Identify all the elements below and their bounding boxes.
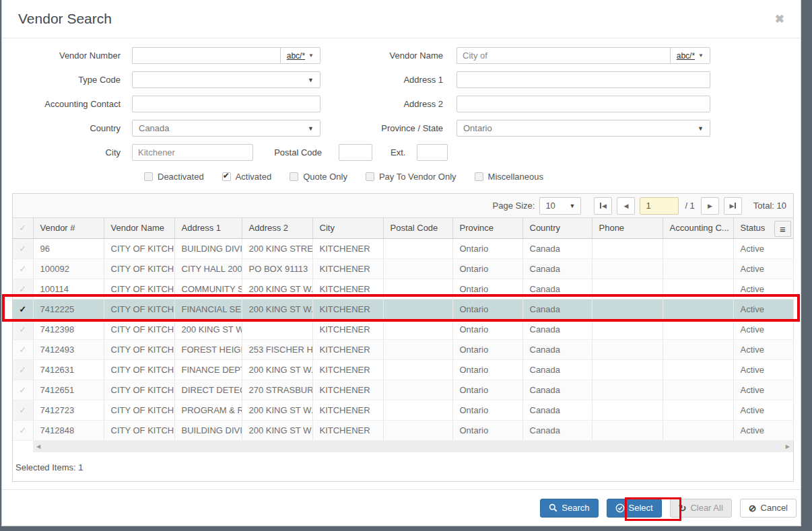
table-cell [592, 319, 663, 339]
select-all-column-header[interactable]: ✓ [13, 218, 33, 238]
table-cell: CITY OF KITCH... [104, 238, 174, 258]
first-page-button[interactable]: ◀ [594, 197, 612, 215]
type-code-select[interactable]: ▼ [132, 71, 320, 88]
table-row[interactable]: ✓96CITY OF KITCH...BUILDING DIVI...200 K… [13, 238, 793, 258]
ext-input[interactable] [417, 144, 448, 161]
table-row[interactable]: ✓7412631CITY OF KITCH...FINANCE DEPT...2… [13, 359, 793, 380]
column-header[interactable]: Country [522, 218, 592, 238]
row-check-icon[interactable]: ✓ [13, 420, 33, 440]
vendor-number-input[interactable] [132, 47, 280, 64]
modal-footer: Search Select ↻ Clear All ⊘ Cancel [2, 489, 801, 526]
table-cell: KITCHENER [312, 319, 383, 339]
province-state-select[interactable]: Ontario ▼ [456, 120, 710, 137]
table-cell [383, 380, 452, 400]
address2-input[interactable] [456, 96, 710, 112]
column-header[interactable]: Address 2 [242, 218, 312, 238]
table-cell [663, 420, 733, 440]
page-number-input[interactable] [640, 197, 679, 215]
checkbox-deactivated[interactable]: Deactivated [144, 172, 204, 182]
table-cell: COMMUNITY S... [174, 279, 242, 299]
city-input[interactable] [132, 144, 253, 161]
row-check-icon[interactable]: ✓ [13, 238, 33, 258]
country-select[interactable]: Canada ▼ [132, 120, 320, 137]
table-cell: 7412848 [33, 420, 104, 440]
row-check-icon[interactable]: ✓ [13, 380, 33, 400]
table-cell: 200 KING STRE... [242, 238, 312, 258]
table-cell [663, 319, 733, 339]
table-cell: 96 [33, 238, 104, 258]
column-header[interactable]: Phone [592, 218, 663, 238]
row-check-icon[interactable]: ✓ [13, 339, 33, 359]
table-cell: CITY HALL 200 ... [174, 258, 242, 279]
column-header[interactable]: Postal Code [383, 218, 452, 238]
table-cell: PO BOX 91113 [242, 258, 312, 279]
table-cell [663, 339, 733, 359]
country-label: Country [2, 123, 132, 133]
table-cell: 7412398 [33, 319, 104, 339]
column-menu-button[interactable]: ≡ [774, 221, 791, 237]
column-header[interactable]: Vendor # [33, 218, 104, 238]
accounting-contact-input[interactable] [132, 96, 320, 112]
postal-code-input[interactable] [339, 144, 372, 161]
vendor-name-input[interactable] [456, 47, 670, 64]
clear-all-button[interactable]: ↻ Clear All [670, 499, 732, 518]
column-header[interactable]: Accounting C... [663, 218, 733, 238]
unchecked-checkbox-icon[interactable] [475, 172, 483, 181]
row-check-icon[interactable]: ✓ [13, 400, 33, 420]
table-cell [592, 420, 663, 440]
close-icon[interactable]: ✖ [775, 13, 784, 25]
table-row[interactable]: ✓7412398CITY OF KITCH...200 KING ST W...… [13, 319, 793, 339]
scroll-left-icon[interactable]: ◀ [36, 444, 40, 450]
column-header[interactable]: Address 1 [174, 218, 242, 238]
checkbox-quote-only[interactable]: Quote Only [290, 172, 347, 182]
horizontal-scrollbar[interactable]: ◀ ▶ [33, 441, 793, 452]
column-header[interactable]: Province [452, 218, 522, 238]
column-header[interactable]: Vendor Name [104, 218, 174, 238]
table-cell: CITY OF KITCH... [104, 319, 174, 339]
table-cell [663, 258, 733, 279]
address1-label: Address 1 [320, 75, 456, 85]
vendor-name-label: Vendor Name [320, 50, 456, 61]
checkbox-activated[interactable]: Activated [222, 172, 271, 182]
vendor-number-match-mode[interactable]: abc/* ▼ [280, 47, 320, 64]
table-row[interactable]: ✓7412493CITY OF KITCH...FOREST HEIGH...2… [13, 339, 793, 359]
checkbox-miscellaneous[interactable]: Miscellaneous [475, 172, 543, 182]
checkbox-label: Activated [236, 172, 271, 182]
row-check-icon[interactable]: ✓ [13, 319, 33, 339]
column-header[interactable]: City [312, 218, 383, 238]
row-check-icon[interactable]: ✓ [13, 279, 33, 299]
chevron-down-icon: ▼ [698, 125, 704, 132]
next-page-button[interactable]: ▶ [701, 197, 719, 215]
table-row[interactable]: ✓7412225CITY OF KITCH...FINANCIAL SE...2… [13, 299, 793, 319]
row-check-icon[interactable]: ✓ [13, 359, 33, 380]
chevron-down-icon: ▼ [698, 52, 704, 59]
checkbox-label: Miscellaneous [488, 172, 543, 182]
select-button[interactable]: Select [607, 499, 662, 518]
checkbox-label: Pay To Vendor Only [379, 172, 456, 182]
unchecked-checkbox-icon[interactable] [366, 172, 374, 181]
table-row[interactable]: ✓7412651CITY OF KITCH...DIRECT DETECT270… [13, 380, 793, 400]
address1-input[interactable] [456, 71, 710, 88]
search-button[interactable]: Search [540, 499, 598, 518]
table-row[interactable]: ✓7412848CITY OF KITCH...BUILDING DIVI...… [13, 420, 793, 440]
table-cell: Ontario [452, 319, 522, 339]
table-cell: 200 KING ST W... [242, 299, 312, 319]
table-row[interactable]: ✓100114CITY OF KITCH...COMMUNITY S...200… [13, 279, 793, 299]
table-row[interactable]: ✓100092CITY OF KITCH...CITY HALL 200 ...… [13, 258, 793, 279]
table-cell: Active [733, 420, 793, 440]
unchecked-checkbox-icon[interactable] [290, 172, 298, 181]
unchecked-checkbox-icon[interactable] [144, 172, 153, 181]
table-cell: KITCHENER [312, 359, 383, 380]
vendor-name-match-mode[interactable]: abc/* ▼ [670, 47, 710, 64]
prev-page-button[interactable]: ◀ [617, 197, 635, 215]
cancel-button[interactable]: ⊘ Cancel [740, 499, 797, 518]
row-selected-check-icon[interactable]: ✓ [13, 299, 33, 319]
page-size-select[interactable]: 10 ▼ [539, 197, 581, 215]
last-page-button[interactable]: ▶ [724, 197, 742, 215]
row-check-icon[interactable]: ✓ [13, 258, 33, 279]
checked-checkbox-icon[interactable] [222, 172, 231, 181]
checkbox-pay-to-vendor-only[interactable]: Pay To Vendor Only [366, 172, 456, 182]
scroll-right-icon[interactable]: ▶ [786, 444, 790, 450]
table-cell: CITY OF KITCH... [104, 339, 174, 359]
table-row[interactable]: ✓7412723CITY OF KITCH...PROGRAM & R...20… [13, 400, 793, 420]
